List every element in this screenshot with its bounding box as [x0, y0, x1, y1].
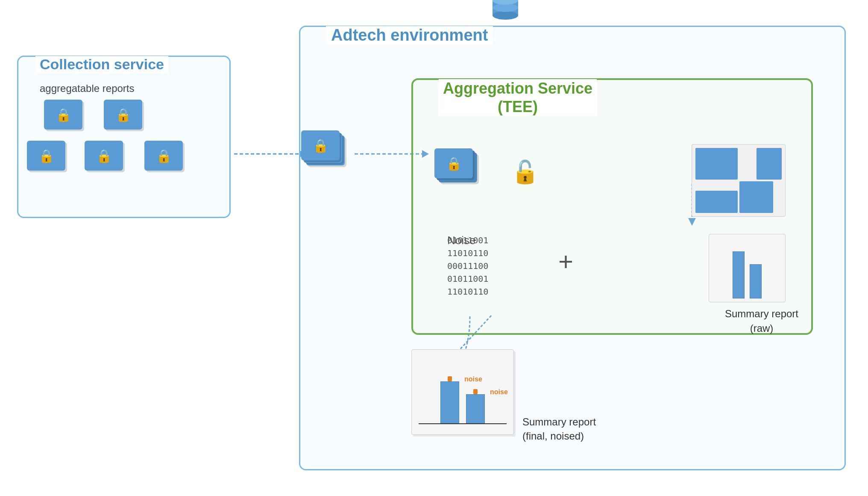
noise-bar-1 — [448, 376, 452, 381]
collection-card-4: 🔒 — [85, 141, 123, 171]
collection-service-box: Collection service aggregatable reports … — [17, 56, 231, 218]
adtech-environment-box: Adtech environment Aggregation Service (… — [299, 26, 846, 470]
noise-bar-2 — [473, 389, 478, 394]
collection-card-5: 🔒 — [144, 141, 183, 171]
aggregation-service-label: Aggregation Service (TEE) — [439, 79, 597, 116]
summary-grid-card — [692, 144, 786, 217]
adtech-env-label: Adtech environment — [326, 26, 493, 44]
noise-tag-1: noise — [464, 375, 482, 383]
svg-point-11 — [493, 11, 518, 20]
database-icon — [488, 0, 522, 29]
aggregatable-reports-label: aggregatable reports — [40, 83, 134, 94]
collection-card-3: 🔒 — [27, 141, 65, 171]
collection-card-1: 🔒 — [44, 100, 82, 130]
collection-card-2: 🔒 — [104, 100, 142, 130]
summary-raw-card — [709, 234, 786, 302]
diagram-container: Adtech environment Aggregation Service (… — [0, 0, 868, 496]
noise-tag-2: noise — [490, 388, 508, 396]
collection-service-label: Collection service — [35, 56, 168, 73]
final-summary-card: noise noise — [411, 349, 514, 435]
summary-raw-label: Summary report(raw) — [725, 307, 798, 335]
plus-sign: + — [558, 247, 573, 276]
summary-final-label: Summary report(final, noised) — [522, 415, 596, 443]
unlock-icon: 🔓 — [511, 159, 539, 185]
aggregation-service-box: Aggregation Service (TEE) 🔒 🔒 🔒 🔓 — [411, 78, 813, 335]
noise-binary: 01011001 11010110 00011100 01011001 1101… — [447, 234, 488, 298]
